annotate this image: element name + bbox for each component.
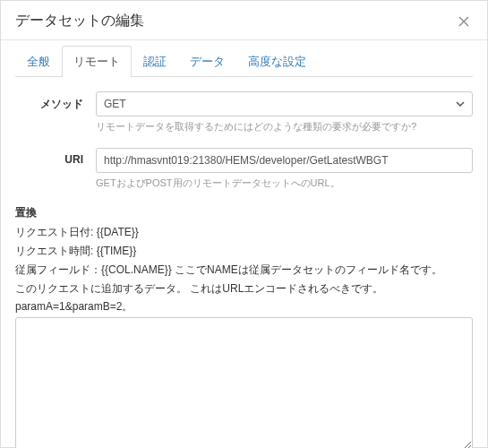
tab-advanced[interactable]: 高度な設定 bbox=[236, 46, 318, 77]
tabs: 全般 リモート 認証 データ 高度な設定 bbox=[15, 46, 473, 77]
replace-line-date: リクエスト日付: {{DATE}} bbox=[15, 224, 473, 241]
method-label: メソッド bbox=[15, 91, 96, 112]
replace-desc: このリクエストに追加するデータ。 これはURLエンコードされるべきです。 par… bbox=[15, 280, 473, 314]
uri-group: URI GETおよびPOST用のリモートデータセットへのURL。 bbox=[15, 148, 473, 190]
uri-label: URI bbox=[15, 148, 96, 166]
uri-input[interactable] bbox=[96, 148, 473, 173]
method-select[interactable]: GET bbox=[96, 91, 473, 116]
close-button[interactable] bbox=[455, 14, 473, 29]
replace-label: 置換 bbox=[15, 205, 473, 220]
modal-title: データセットの編集 bbox=[15, 12, 144, 30]
tab-remote[interactable]: リモート bbox=[62, 46, 132, 77]
edit-dataset-modal: データセットの編集 全般 リモート 認証 データ 高度な設定 メソッド GET … bbox=[0, 0, 488, 448]
close-icon bbox=[458, 16, 469, 27]
method-help: リモートデータを取得するためにはどのような種類の要求が必要ですか? bbox=[96, 120, 473, 134]
replace-section: 置換 リクエスト日付: {{DATE}} リクエスト時間: {{TIME}} 従… bbox=[15, 205, 473, 448]
replace-textarea[interactable] bbox=[15, 317, 473, 448]
tab-auth[interactable]: 認証 bbox=[132, 46, 178, 77]
replace-line-col: 従属フィールド：{{COL.NAME}} ここでNAMEは従属データセットのフィ… bbox=[15, 262, 473, 279]
uri-help: GETおよびPOST用のリモートデータセットへのURL。 bbox=[96, 177, 473, 190]
modal-header: データセットの編集 bbox=[1, 1, 487, 40]
method-group: メソッド GET リモートデータを取得するためにはどのような種類の要求が必要です… bbox=[15, 91, 473, 134]
replace-line-time: リクエスト時間: {{TIME}} bbox=[15, 243, 473, 260]
tab-general[interactable]: 全般 bbox=[15, 46, 62, 77]
modal-body: 全般 リモート 認証 データ 高度な設定 メソッド GET リモートデータを取得… bbox=[1, 46, 487, 448]
tab-data[interactable]: データ bbox=[178, 46, 236, 77]
